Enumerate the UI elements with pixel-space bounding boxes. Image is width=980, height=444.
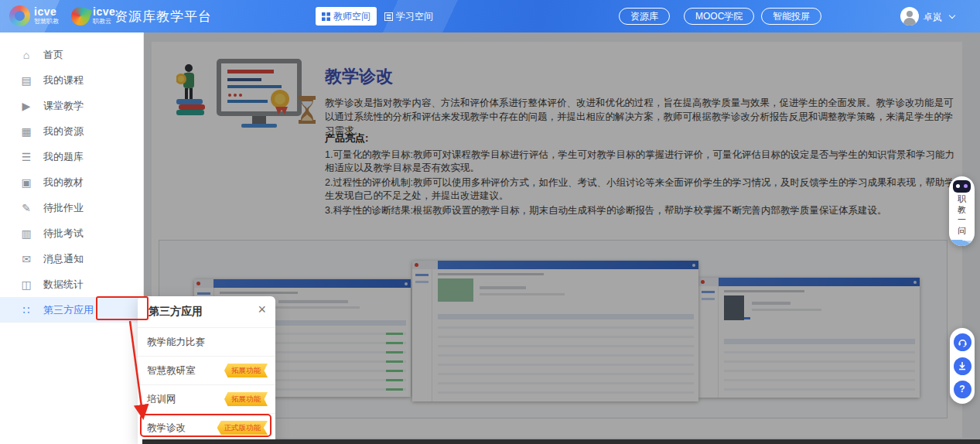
- tab-separator: [376, 10, 377, 22]
- customer-service-button[interactable]: [954, 333, 971, 351]
- assistant-widget[interactable]: 职 教 一 问: [949, 176, 975, 246]
- download-icon: [958, 361, 967, 371]
- avatar[interactable]: [900, 7, 919, 26]
- pencil-icon: ✎: [20, 202, 32, 214]
- list-icon: ☰: [20, 151, 32, 163]
- folder-grid-icon: ▦: [20, 125, 32, 138]
- sidebar-item-question-bank[interactable]: ☰ 我的题库: [0, 144, 144, 169]
- grid-icon: [322, 12, 330, 21]
- download-button[interactable]: [954, 357, 971, 375]
- chart-icon: ◫: [20, 278, 32, 291]
- third-party-apps-popup: 第三方应用 × 教学能力比赛 智慧教研室 拓展功能 培训网 拓展功能 教学诊改 …: [138, 296, 275, 444]
- sidebar-item-my-courses[interactable]: ▤ 我的课程: [0, 67, 144, 93]
- icve-cloud-logo-text: icve 职教云: [93, 6, 115, 25]
- message-icon: ✉: [20, 253, 32, 265]
- exam-icon: ▥: [20, 227, 32, 240]
- tab-teacher-space-label: 教师空间: [333, 10, 370, 23]
- sidebar-item-my-resources[interactable]: ▦ 我的资源: [0, 118, 144, 144]
- tab-learning-space-label: 学习空间: [396, 10, 433, 23]
- textbook-icon: ▣: [20, 176, 32, 189]
- platform-title: 资源库教学平台: [114, 8, 212, 26]
- sidebar: ⌂ 首页 ▤ 我的课程 ▶ 课堂教学 ▦ 我的资源 ☰ 我的题库 ▣ 我的教材 …: [0, 32, 144, 444]
- book-icon: ▤: [20, 74, 32, 87]
- extended-feature-badge: 拓展功能: [224, 364, 268, 377]
- icve-smart-logo-text: icve 智慧职教: [34, 6, 59, 25]
- extended-feature-badge: 拓展功能: [224, 392, 268, 406]
- grid-icon: [384, 12, 393, 21]
- sidebar-item-third-party-apps[interactable]: ∷ 第三方应用: [0, 297, 144, 323]
- popup-item-smart-research-room[interactable]: 智慧教研室 拓展功能: [138, 356, 275, 384]
- popup-title: 第三方应用: [149, 305, 203, 319]
- sidebar-item-classroom-teaching[interactable]: ▶ 课堂教学: [0, 93, 144, 118]
- help-button[interactable]: ?: [954, 381, 971, 398]
- popup-item-teaching-competition[interactable]: 教学能力比赛: [138, 327, 275, 356]
- mooc-academy-button[interactable]: MOOC学院: [684, 8, 754, 25]
- sidebar-item-pending-assignments[interactable]: ✎ 待批作业: [0, 195, 144, 220]
- top-header: icve 智慧职教 icve 职教云 资源库教学平台 教师空间 学习空间 资源库…: [0, 0, 980, 32]
- popup-item-teaching-diagnosis[interactable]: 教学诊改 正式版功能: [138, 413, 275, 442]
- headset-icon: [958, 337, 968, 347]
- resource-library-button[interactable]: 资源库: [619, 8, 670, 25]
- question-mark-icon: ?: [959, 384, 965, 394]
- popup-item-training-network[interactable]: 培训网 拓展功能: [138, 384, 275, 413]
- apps-grid-icon: ∷: [20, 304, 32, 316]
- sidebar-item-home[interactable]: ⌂ 首页: [0, 42, 144, 67]
- tab-teacher-space[interactable]: 教师空间: [316, 7, 377, 26]
- robot-icon: [953, 180, 971, 193]
- bottom-edge-bar: [142, 439, 980, 444]
- official-feature-badge: 正式版功能: [217, 421, 268, 435]
- sidebar-item-pending-exams[interactable]: ▥ 待批考试: [0, 220, 144, 246]
- home-icon: ⌂: [20, 49, 32, 61]
- sidebar-item-statistics[interactable]: ◫ 数据统计: [0, 272, 144, 297]
- username[interactable]: 卓岚: [924, 11, 942, 24]
- close-icon[interactable]: ×: [258, 302, 266, 316]
- sidebar-item-textbooks[interactable]: ▣ 我的教材: [0, 169, 144, 195]
- icve-smart-logo-icon: [9, 5, 30, 26]
- smart-casting-button[interactable]: 智能投屏: [761, 8, 821, 25]
- play-icon: ▶: [20, 100, 32, 112]
- sidebar-item-notifications[interactable]: ✉ 消息通知: [0, 246, 144, 272]
- tab-learning-space[interactable]: 学习空间: [384, 7, 433, 26]
- floating-toolbar: ?: [950, 328, 975, 404]
- app-window: icve 智慧职教 icve 职教云 资源库教学平台 教师空间 学习空间 资源库…: [0, 0, 980, 444]
- avatar-person-icon: [907, 11, 913, 17]
- icve-cloud-logo-icon: [69, 5, 93, 29]
- chevron-down-icon[interactable]: [949, 12, 955, 19]
